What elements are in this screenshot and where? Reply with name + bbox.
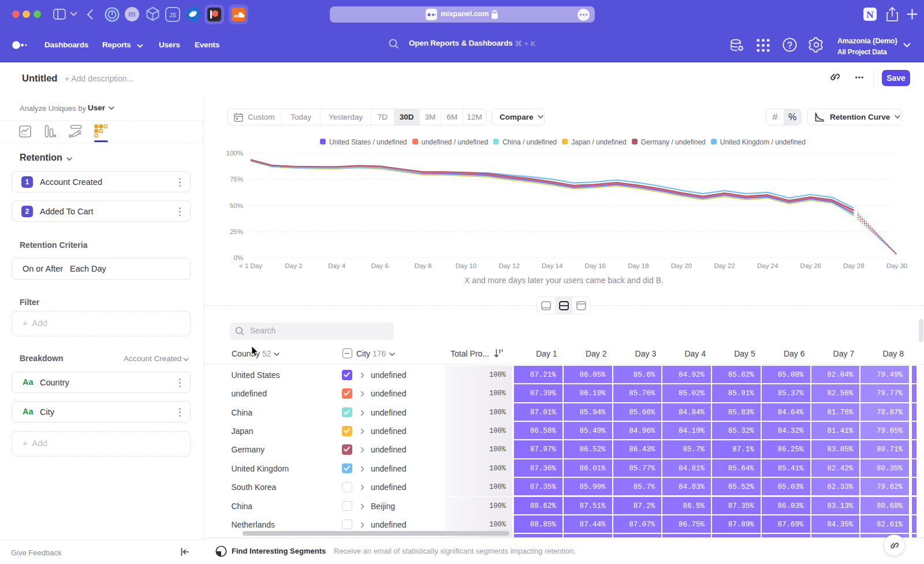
- svg-text:Day 4: Day 4: [328, 262, 346, 269]
- svg-text:75%: 75%: [230, 176, 243, 183]
- svg-text:Day 28: Day 28: [843, 262, 864, 269]
- svg-text:50%: 50%: [230, 202, 243, 209]
- svg-text:Day 22: Day 22: [714, 262, 735, 269]
- svg-text:Day 14: Day 14: [542, 262, 563, 269]
- svg-text:Day 20: Day 20: [671, 262, 692, 269]
- svg-text:0%: 0%: [233, 254, 243, 261]
- svg-text:25%: 25%: [230, 228, 243, 235]
- svg-text:Day 8: Day 8: [414, 262, 431, 269]
- svg-text:Day 12: Day 12: [498, 262, 519, 269]
- svg-text:Day 16: Day 16: [585, 262, 606, 269]
- svg-text:Day 30: Day 30: [886, 262, 907, 269]
- svg-text:Day 18: Day 18: [628, 262, 649, 269]
- svg-text:100%: 100%: [226, 150, 243, 157]
- svg-text:Day 10: Day 10: [456, 262, 476, 269]
- svg-text:< 1 Day: < 1 Day: [239, 262, 262, 269]
- svg-text:Day 26: Day 26: [800, 262, 821, 269]
- svg-text:Day 6: Day 6: [371, 262, 389, 269]
- svg-text:Day 24: Day 24: [757, 262, 778, 269]
- svg-text:Day 2: Day 2: [285, 262, 303, 269]
